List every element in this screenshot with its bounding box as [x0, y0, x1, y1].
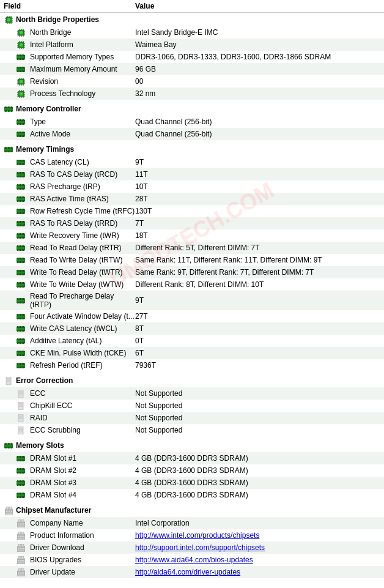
- svg-rect-185: [23, 209, 24, 210]
- svg-rect-100: [8, 110, 9, 112]
- svg-rect-149: [19, 172, 20, 174]
- svg-rect-349: [5, 447, 6, 448]
- field-label: Maximum Memory Amount: [30, 65, 117, 73]
- svg-rect-318: [17, 367, 18, 368]
- svg-rect-285: [17, 330, 18, 332]
- field-cell: Read To Read Delay (tRTR): [4, 243, 135, 253]
- table-row: Refresh Period (tREF)7936T: [0, 359, 384, 371]
- svg-rect-232: [20, 261, 21, 263]
- svg-rect-272: [22, 314, 23, 316]
- svg-rect-280: [17, 326, 18, 328]
- mem-icon: [16, 490, 26, 500]
- svg-rect-351: [8, 447, 9, 448]
- field-cell: Driver Update: [4, 567, 135, 577]
- mem-icon: [16, 280, 26, 289]
- mem-icon: [16, 360, 26, 370]
- svg-rect-370: [23, 468, 24, 470]
- value-cell: 4 GB (DDR3-1600 DDR3 SDRAM): [135, 454, 380, 463]
- svg-rect-399: [6, 507, 9, 510]
- value-cell[interactable]: http://www.aida64.com/bios-updates: [135, 556, 380, 564]
- svg-rect-233: [22, 261, 23, 263]
- svg-rect-429: [18, 560, 19, 562]
- mem-icon: [16, 182, 26, 192]
- svg-rect-93: [5, 106, 6, 108]
- svg-rect-260: [20, 298, 21, 300]
- svg-rect-221: [20, 249, 21, 251]
- svg-rect-308: [19, 354, 20, 356]
- svg-rect-348: [11, 443, 12, 445]
- svg-rect-160: [19, 184, 20, 186]
- svg-rect-368: [20, 468, 21, 470]
- svg-rect-219: [17, 249, 18, 251]
- field-label: Additive Latency (tAL): [30, 337, 102, 345]
- field-cell: Supported Memory Types: [4, 52, 135, 62]
- svg-rect-106: [20, 119, 21, 121]
- field-label: Write Recovery Time (tWR): [30, 231, 119, 240]
- svg-rect-327: [18, 390, 23, 398]
- svg-rect-99: [7, 110, 8, 112]
- value-cell: 00: [135, 77, 380, 86]
- table-row: RAS To RAS Delay (tRRD)7T: [0, 217, 384, 229]
- value-cell[interactable]: http://aida64.com/driver-updates: [135, 568, 380, 576]
- svg-rect-388: [17, 493, 18, 494]
- svg-rect-62: [22, 70, 23, 72]
- sections-container: North Bridge Properties North BridgeInte…: [0, 13, 384, 578]
- svg-rect-29: [20, 43, 23, 47]
- svg-rect-300: [23, 342, 24, 344]
- main-table: Field Value North Bridge Properties: [0, 0, 384, 578]
- svg-rect-236: [17, 270, 18, 272]
- field-cell: Write To Write Delay (tWTW): [4, 280, 135, 289]
- svg-rect-173: [22, 196, 23, 198]
- svg-rect-222: [22, 249, 23, 251]
- svg-rect-408: [18, 523, 19, 525]
- svg-rect-263: [17, 302, 18, 303]
- svg-rect-166: [20, 188, 21, 190]
- value-cell[interactable]: http://support.intel.com/support/chipset…: [135, 543, 380, 552]
- section-title-memory-slots: Memory Slots: [16, 441, 64, 450]
- svg-rect-407: [21, 519, 24, 523]
- ecc-icon: [16, 413, 26, 423]
- svg-rect-45: [20, 54, 21, 56]
- svg-rect-178: [22, 200, 23, 202]
- field-label: Supported Memory Types: [30, 53, 114, 61]
- mem-icon: [16, 206, 26, 216]
- svg-rect-304: [20, 351, 21, 352]
- svg-rect-253: [19, 286, 20, 288]
- svg-rect-299: [22, 342, 23, 344]
- build-icon: [16, 543, 26, 553]
- value-cell: Quad Channel (256-bit): [135, 130, 380, 138]
- table-row: RAIDNot Supported: [0, 412, 384, 424]
- table-row: ECC ScrubbingNot Supported: [0, 424, 384, 436]
- svg-rect-43: [17, 54, 18, 56]
- value-cell[interactable]: http://www.intel.com/products/chipsets: [135, 531, 380, 540]
- svg-rect-364: [23, 460, 24, 461]
- svg-rect-375: [23, 472, 24, 474]
- svg-rect-383: [19, 484, 20, 486]
- svg-rect-305: [22, 351, 23, 352]
- svg-rect-118: [22, 132, 23, 133]
- svg-rect-130: [11, 147, 12, 149]
- svg-rect-277: [22, 318, 23, 319]
- svg-rect-101: [10, 110, 11, 112]
- value-cell: 18T: [135, 231, 380, 240]
- section-title-north-bridge-properties: North Bridge Properties: [16, 15, 99, 24]
- field-cell: Intel Platform: [4, 40, 135, 50]
- svg-rect-179: [23, 200, 24, 202]
- svg-rect-389: [19, 493, 20, 494]
- svg-rect-322: [23, 367, 24, 368]
- svg-rect-417: [21, 535, 23, 537]
- svg-rect-395: [20, 496, 21, 498]
- svg-rect-297: [19, 342, 20, 344]
- section-header-error-correction: Error Correction: [0, 374, 384, 387]
- svg-rect-218: [23, 245, 24, 247]
- field-cell: DRAM Slot #4: [4, 490, 135, 500]
- field-cell: Driver Download: [4, 543, 135, 553]
- svg-rect-144: [20, 163, 21, 165]
- svg-rect-203: [17, 233, 18, 235]
- field-label: ChipKill ECC: [30, 401, 72, 410]
- mem-icon: [16, 64, 26, 74]
- field-cell: DRAM Slot #3: [4, 478, 135, 488]
- table-row: Driver Updatehttp://aida64.com/driver-up…: [0, 566, 384, 578]
- value-cell: Same Rank: 11T, Different Rank: 11T, Dif…: [135, 256, 380, 264]
- value-cell: 8T: [135, 324, 380, 333]
